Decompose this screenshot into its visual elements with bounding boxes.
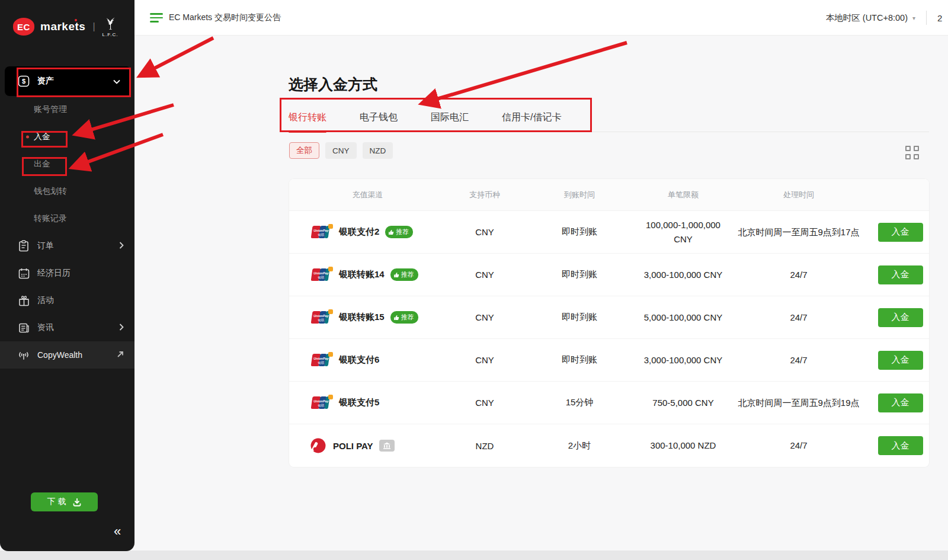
unionpay-icon: UnionPay银联 <box>309 224 333 240</box>
filter-all[interactable]: 全部 <box>289 142 319 159</box>
brand-logo: EC markets | L.F.C. <box>0 0 134 41</box>
col-header-currency: 支持币种 <box>446 190 523 200</box>
caret-down-icon: ▾ <box>912 15 915 21</box>
svg-text:银联: 银联 <box>318 404 325 407</box>
svg-text:银联: 银联 <box>318 233 325 236</box>
svg-text:UnionPay: UnionPay <box>313 357 329 360</box>
table-row: UnionPay银联 银联转账15 推荐 CNY 即时到账 5,000-100,… <box>289 296 929 339</box>
sidebar-item-news[interactable]: 资讯 <box>0 314 134 341</box>
deposit-button[interactable]: 入金 <box>878 308 923 327</box>
deposit-button[interactable]: 入金 <box>878 265 923 284</box>
table-header-row: 充值渠道 支持币种 到账时间 单笔限额 处理时间 <box>289 179 929 211</box>
tab-bank-transfer[interactable]: 银行转账 <box>289 101 326 132</box>
deposit-button[interactable]: 入金 <box>878 393 923 412</box>
lfc-logo: L.F.C. <box>103 16 118 37</box>
recommended-badge: 推荐 <box>390 268 418 281</box>
svg-text:银联: 银联 <box>318 361 325 364</box>
chevron-right-icon <box>119 323 124 332</box>
recommended-badge: 推荐 <box>385 226 413 238</box>
svg-text:UnionPay: UnionPay <box>313 399 329 403</box>
thumb-up-icon <box>393 272 399 278</box>
table-row: UnionPay银联 银联转账14 推荐 CNY 即时到账 3,000-100,… <box>289 254 929 296</box>
tab-card[interactable]: 信用卡/借记卡 <box>502 101 561 132</box>
sidebar-collapse-button[interactable]: « <box>114 524 121 539</box>
col-header-limit: 单笔限额 <box>636 190 731 200</box>
col-header-arrival: 到账时间 <box>523 190 636 200</box>
table-row: POLI PAY NZD 2小时 300-10,000 NZD 24/7 入金 <box>289 424 929 467</box>
deposit-button[interactable]: 入金 <box>878 436 923 455</box>
clock-text: 2 <box>937 13 943 23</box>
deposit-channels-table: 充值渠道 支持币种 到账时间 单笔限额 处理时间 UnionPay银联 银联支付… <box>289 179 929 467</box>
tab-ewallet[interactable]: 电子钱包 <box>360 101 398 132</box>
main-content: 选择入金方式 银行转账 电子钱包 国际电汇 信用卡/借记卡 全部 CNY NZD… <box>134 36 948 551</box>
col-header-hours: 处理时间 <box>731 190 867 200</box>
currency-filters: 全部 CNY NZD <box>289 142 393 159</box>
thumb-up-icon <box>393 315 399 321</box>
sidebar-item-activities[interactable]: 活动 <box>0 287 134 314</box>
active-dot <box>26 136 29 139</box>
sidebar-item-economic-calendar[interactable]: 经济日历 <box>0 260 134 287</box>
logo-separator: | <box>92 21 95 32</box>
divider <box>926 11 927 25</box>
unionpay-icon: UnionPay银联 <box>309 352 333 368</box>
thumb-up-icon <box>388 229 394 235</box>
sidebar-item-copywealth[interactable]: CopyWealth <box>0 341 134 369</box>
chevron-down-icon <box>113 76 120 86</box>
deposit-button[interactable]: 入金 <box>878 351 923 370</box>
download-icon <box>72 497 82 507</box>
topbar: EC Markets 交易时间变更公告 本地时区 (UTC+8:00) ▾ 2 <box>134 0 948 36</box>
chevron-right-icon <box>119 241 124 251</box>
dollar-icon: $ <box>18 75 30 87</box>
sidebar-item-transfer-records[interactable]: 转账记录 <box>0 205 134 232</box>
sidebar: EC markets | L.F.C. $ 资产 账号管理 入金 出金 钱包划转… <box>0 0 134 551</box>
table-row: UnionPay银联 银联支付6 CNY 即时到账 3,000-100,000 … <box>289 339 929 382</box>
tab-intl-wire[interactable]: 国际电汇 <box>431 101 469 132</box>
table-row: UnionPay银联 银联支付2 推荐 CNY 即时到账 100,000-1,0… <box>289 211 929 254</box>
liverbird-icon <box>103 16 118 31</box>
bank-icon <box>383 442 391 449</box>
unionpay-icon: UnionPay银联 <box>309 309 333 325</box>
timezone-selector[interactable]: 本地时区 (UTC+8:00) <box>826 12 908 24</box>
sidebar-item-orders[interactable]: 订单 <box>0 232 134 260</box>
calendar-icon <box>18 267 30 279</box>
sidebar-item-withdraw[interactable]: 出金 <box>0 151 134 178</box>
unionpay-icon: UnionPay银联 <box>309 395 333 411</box>
ec-logo-word: markets <box>40 20 85 33</box>
poli-pay-icon <box>309 437 327 455</box>
svg-text:银联: 银联 <box>318 318 325 322</box>
page-bottom-edge <box>0 551 948 560</box>
announcement-bar[interactable]: EC Markets 交易时间变更公告 <box>150 0 281 36</box>
sidebar-item-deposit[interactable]: 入金 <box>0 123 134 151</box>
sidebar-item-account-mgmt[interactable]: 账号管理 <box>0 96 134 123</box>
external-link-icon <box>117 350 124 360</box>
grid-view-icon[interactable] <box>905 146 919 159</box>
announcement-text: EC Markets 交易时间变更公告 <box>169 12 281 23</box>
page-title: 选择入金方式 <box>289 75 377 94</box>
deposit-button[interactable]: 入金 <box>878 223 923 242</box>
clipboard-icon <box>18 240 30 252</box>
announcement-list-icon <box>150 13 163 23</box>
filter-cny[interactable]: CNY <box>325 142 357 159</box>
download-button[interactable]: 下载 <box>31 492 98 511</box>
svg-text:银联: 银联 <box>318 276 325 279</box>
news-icon <box>18 322 30 334</box>
col-header-channel: 充值渠道 <box>289 190 446 200</box>
unionpay-icon: UnionPay银联 <box>309 267 333 283</box>
sidebar-item-assets[interactable]: $ 资产 <box>5 66 131 96</box>
filter-nzd[interactable]: NZD <box>363 142 393 159</box>
bank-badge <box>379 440 395 452</box>
svg-text:UnionPay: UnionPay <box>313 314 329 318</box>
deposit-method-tabs: 银行转账 电子钱包 国际电汇 信用卡/借记卡 <box>289 101 929 132</box>
gift-icon <box>18 295 30 306</box>
ec-logo-badge: EC <box>13 18 34 36</box>
svg-text:UnionPay: UnionPay <box>313 271 329 275</box>
sidebar-item-label: 资产 <box>37 76 113 87</box>
sidebar-item-wallet-transfer[interactable]: 钱包划转 <box>0 178 134 205</box>
broadcast-icon <box>18 349 30 361</box>
recommended-badge: 推荐 <box>390 311 418 324</box>
table-row: UnionPay银联 银联支付5 CNY 15分钟 750-5,000 CNY … <box>289 382 929 424</box>
svg-text:UnionPay: UnionPay <box>313 229 329 232</box>
svg-text:$: $ <box>22 78 25 85</box>
